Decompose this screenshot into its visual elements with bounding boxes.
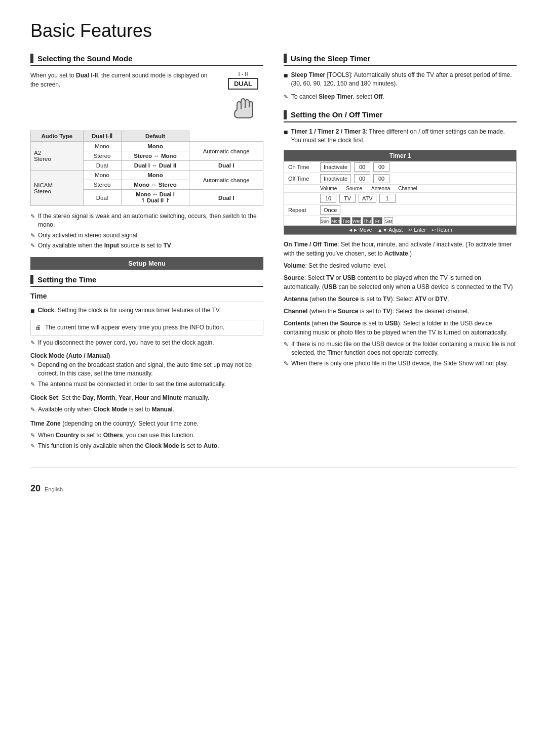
day-wed: Wed	[352, 217, 361, 224]
note-text: If the stereo signal is weak and an auto…	[38, 212, 263, 229]
nicam-dual-dual: Mono ↔ Dual I↿ Dual II ↾	[121, 190, 189, 206]
note-icon: ✎	[284, 360, 288, 368]
clock-mode-label: Clock Mode (Auto / Manual)	[30, 352, 263, 359]
note-icon: ✎	[30, 432, 35, 440]
col-audio-type: Audio Type	[31, 131, 84, 142]
day-mon: Mon	[331, 217, 340, 224]
nicam-auto: Automatic change	[189, 171, 263, 190]
nicam-dual-default: Dual I	[189, 190, 263, 206]
note-item: ✎ This function is only available when t…	[30, 442, 263, 450]
language-label: English	[45, 486, 63, 492]
time-sub-title: Time	[30, 292, 263, 302]
sound-mode-text: When you set to Dual I-II, the current s…	[30, 71, 213, 89]
a2-stereo-label: A2Stereo	[31, 142, 84, 171]
clock-mode-notes: ✎ Depending on the broadcast station and…	[30, 361, 263, 388]
repeat-val: Once	[320, 205, 340, 215]
timer-repeat-row: Repeat Once	[284, 204, 516, 216]
note-icon: ✎	[30, 381, 35, 389]
info-icon: 🖨	[35, 323, 41, 332]
section-bar	[284, 110, 287, 119]
note-text: When Country is set to Others, you can u…	[38, 431, 195, 440]
note-item: ✎ To cancel Sleep Timer, select Off.	[284, 93, 517, 101]
day-tue: Tue	[341, 217, 350, 224]
on-off-timer-section: Setting the On / Off Timer ■ Timer 1 / T…	[284, 110, 517, 368]
on-hour: 00	[354, 162, 370, 172]
timer-days-row: Sun Mon Tue Wed Thu Fri Sat	[284, 216, 516, 226]
section-timer-title: Setting the On / Off Timer	[291, 110, 382, 119]
right-column: Using the Sleep Timer ■ Sleep Timer [TOO…	[284, 54, 517, 452]
section-time-title: Setting the Time	[37, 275, 96, 284]
body-text-volume: Volume: Set the desired volume level.	[284, 261, 517, 270]
note-text: To cancel Sleep Timer, select Off.	[291, 93, 384, 101]
day-fri: Fri	[373, 217, 382, 224]
note-icon: ✎	[30, 339, 35, 347]
nicam-mono-dual: Mono	[121, 171, 189, 180]
note-item: ✎ When Country is set to Others, you can…	[30, 431, 263, 440]
timer-box: Timer 1 On Time Inactivate 00 00 Off Tim…	[284, 150, 517, 235]
page-footer: 20 English	[30, 468, 517, 494]
note-text: This function is only available when the…	[38, 442, 219, 450]
body-text-contents: Contents (when the Source is set to USB)…	[284, 319, 517, 337]
section-sound-mode-header: Selecting the Sound Mode	[30, 54, 263, 66]
on-min: 00	[373, 162, 389, 172]
time-zone-block: Time Zone (depending on the country): Se…	[30, 419, 263, 450]
note-item: ✎ When there is only one photo file in t…	[284, 359, 517, 368]
section-bar	[30, 54, 33, 63]
off-time-label: Off Time	[288, 176, 316, 182]
sound-mode-notes: ✎ If the stereo signal is weak and an au…	[30, 212, 263, 250]
dual-icon-block: I - II DUAL	[223, 71, 263, 123]
volume-val: 10	[320, 194, 336, 203]
source-val: TV	[339, 194, 356, 203]
stereo-label: Stereo	[83, 151, 121, 161]
day-thu: Thu	[363, 217, 372, 224]
timer-on-time-row: On Time Inactivate 00 00	[284, 161, 516, 173]
note-icon: ✎	[284, 341, 288, 357]
vsac-vals: 10 TV ATV 1	[320, 194, 512, 203]
dual-dual: Dual I ↔ Dual II	[121, 161, 189, 171]
setup-menu-box: Setup Menu	[30, 257, 263, 270]
channel-label: Channel	[398, 186, 417, 191]
timer-bullet: ■ Timer 1 / Timer 2 / Timer 3: Three dif…	[284, 128, 517, 145]
timer-off-time-row: Off Time Inactivate 00 00	[284, 173, 516, 185]
bullet-icon: ■	[284, 70, 288, 89]
timer-vsac-labels: Volume Source Antenna Channel	[284, 185, 516, 193]
note-item: ✎ If the stereo signal is weak and an au…	[30, 212, 263, 229]
channel-val: 1	[379, 194, 396, 203]
volume-label: Volume	[320, 186, 337, 191]
body-text-onoff: On Time / Off Time: Set the hour, minute…	[284, 240, 517, 258]
sleep-bullet-block: ■ Sleep Timer [TOOLS]: Automatically shu…	[284, 71, 517, 89]
timer-text: Timer 1 / Timer 2 / Timer 3: Three diffe…	[291, 128, 517, 145]
note-icon: ✎	[30, 213, 35, 229]
body-text-channel: Channel (when the Source is set to TV): …	[284, 307, 517, 316]
hand-icon	[223, 92, 263, 123]
day-sat: Sat	[384, 217, 393, 224]
body-text-source: Source: Select TV or USB content to be p…	[284, 273, 517, 291]
bullet-icon: ■	[30, 306, 34, 316]
sound-mode-block: When you set to Dual I-II, the current s…	[30, 71, 263, 123]
note-item: ✎ Only activated in stereo sound signal.	[30, 231, 263, 240]
off-hour: 00	[354, 174, 370, 183]
note-item: ✎ If you disconnect the power cord, you …	[30, 339, 263, 347]
note-text: Only activated in stereo sound signal.	[38, 231, 139, 240]
clock-bullet-block: ■ Clock: Setting the clock is for using …	[30, 306, 263, 316]
note-text: Depending on the broadcast station and s…	[38, 361, 263, 378]
nicam-dual: Dual	[83, 190, 121, 206]
note-icon: ✎	[30, 242, 35, 250]
vsac-labels: Volume Source Antenna Channel	[320, 186, 512, 191]
nicam-mono: Mono	[83, 171, 121, 180]
note-text: If you disconnect the power cord, you ha…	[38, 339, 214, 347]
auto-change: Automatic change	[189, 142, 263, 161]
note-icon: ✎	[30, 361, 35, 378]
on-time-label: On Time	[288, 164, 316, 170]
note-icon: ✎	[30, 232, 35, 240]
info-text: The current time will appear every time …	[45, 323, 224, 332]
body-text-antenna: Antenna (when the Source is set to TV): …	[284, 295, 517, 304]
dual-i-ii-label: I - II	[223, 71, 263, 77]
section-timer-header: Setting the On / Off Timer	[284, 110, 517, 122]
page-number: 20	[30, 483, 41, 494]
repeat-days: Sun Mon Tue Wed Thu Fri Sat	[320, 217, 393, 224]
note-icon: ✎	[30, 406, 35, 414]
mono-dual: Mono	[121, 142, 189, 151]
note-item: ✎ The antenna must be connected in order…	[30, 380, 263, 389]
off-time-vals: Inactivate 00 00	[320, 174, 512, 183]
